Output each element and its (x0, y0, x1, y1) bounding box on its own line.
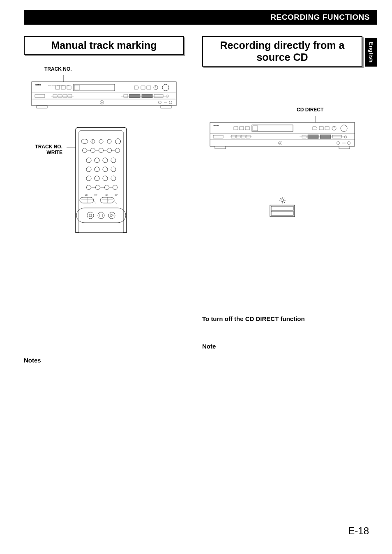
svg-rect-23 (129, 94, 140, 98)
turn-off-heading: To turn off the CD DIRECT function (202, 315, 362, 322)
svg-rect-83 (215, 146, 226, 149)
svg-text:AMS: AMS (106, 194, 108, 196)
svg-point-45 (107, 148, 112, 152)
svg-rect-3 (161, 106, 171, 108)
right-column: Recording directly from a source CD CD D… (202, 36, 362, 364)
brand-text: YAMAHA (35, 84, 41, 86)
svg-rect-84 (339, 146, 350, 149)
left-column: Manual track marking TRACK NO. YAMAHA NA… (24, 36, 184, 364)
svg-point-63 (113, 185, 118, 189)
svg-line-121 (280, 202, 281, 203)
language-tab: English (365, 38, 377, 67)
svg-point-60 (87, 185, 91, 189)
note-heading-right: Note (202, 343, 362, 350)
remote-control-icon: AMS SKIP AMS SKIP ⋯ (67, 127, 136, 233)
page-number: E-18 (348, 525, 369, 537)
svg-rect-125 (271, 211, 293, 215)
svg-text:SKIP: SKIP (115, 194, 118, 196)
svg-rect-124 (271, 206, 293, 210)
cd-direct-label: CD DIRECT (297, 107, 323, 113)
svg-rect-104 (308, 135, 318, 138)
svg-point-61 (96, 185, 100, 189)
brand-text-r: YAMAHA (213, 125, 219, 127)
header-bar: RECORDING FUNCTIONS (24, 10, 377, 25)
svg-point-43 (91, 148, 95, 152)
svg-rect-105 (320, 135, 331, 138)
svg-point-62 (105, 185, 109, 189)
remote-label: TRACK NO. WRITE (24, 144, 62, 155)
svg-rect-2 (37, 106, 47, 108)
svg-rect-24 (142, 94, 152, 98)
left-section-title: Manual track marking (24, 36, 184, 55)
track-no-write-label: TRACK NO. WRITE (35, 144, 62, 155)
svg-line-120 (284, 198, 285, 199)
svg-point-114 (281, 199, 284, 202)
notes-heading-left: Notes (24, 357, 184, 364)
cd-recorder-front-right: YAMAHA NATURAL SOUND CD RECORDER CDR-S10… (208, 116, 356, 155)
remote-callout: TRACK NO. WRITE (24, 127, 184, 233)
svg-line-119 (280, 198, 281, 199)
page: RECORDING FUNCTIONS English Manual track… (0, 0, 392, 554)
svg-point-46 (115, 148, 120, 152)
cd-direct-indicator-icon (266, 196, 299, 219)
header-title: RECORDING FUNCTIONS (270, 13, 370, 22)
svg-text:AMS: AMS (85, 194, 88, 196)
model-text-r: NATURAL SOUND CD RECORDER CDR-S1000 (226, 125, 248, 127)
device-callout-right: CD DIRECT YAMAHA NATURAL SOUND CD RECORD… (202, 116, 362, 155)
right-section-title: Recording directly from a source CD (202, 36, 362, 67)
svg-point-44 (99, 148, 104, 152)
svg-text:SKIP: SKIP (95, 194, 97, 196)
device-callout-left: TRACK NO. YAMAHA NATURAL SOUND CD RECORD… (24, 75, 184, 114)
columns: Manual track marking TRACK NO. YAMAHA NA… (24, 36, 377, 364)
svg-point-42 (83, 148, 87, 152)
model-text: NATURAL SOUND CD RECORDER CDR-S1000 (48, 85, 70, 86)
svg-line-122 (284, 202, 285, 203)
track-no-label: TRACK NO. (44, 66, 72, 72)
cd-recorder-front-left: YAMAHA NATURAL SOUND CD RECORDER CDR-S10… (30, 75, 178, 114)
indicator-icon-wrap (202, 196, 362, 221)
language-label: English (368, 42, 374, 62)
